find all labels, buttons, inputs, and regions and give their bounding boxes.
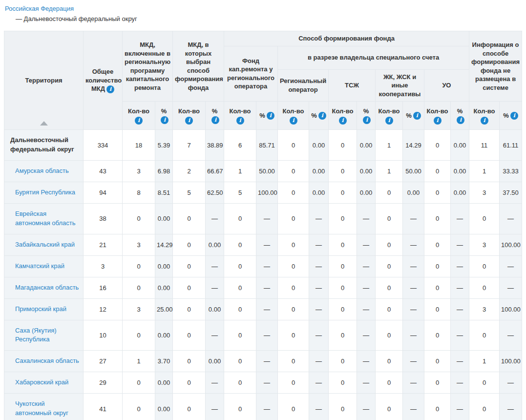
info-icon[interactable]: i xyxy=(339,117,347,125)
territory-link[interactable]: Приморский край xyxy=(15,305,66,313)
value-cell: 0 xyxy=(278,203,309,234)
value-cell: 0 xyxy=(376,372,403,394)
territory-link[interactable]: Магаданская область xyxy=(15,284,79,291)
value-cell: 10 xyxy=(84,320,123,351)
value-cell: 0 xyxy=(376,182,403,203)
territory-link[interactable]: Хабаровский край xyxy=(15,378,68,386)
value-cell: 14.29 xyxy=(155,234,173,255)
info-icon[interactable]: i xyxy=(236,117,244,125)
territory-link[interactable]: Амурская область xyxy=(15,167,69,174)
value-cell: 0 xyxy=(123,372,155,394)
page: Российская Федерация — Дальневосточный ф… xyxy=(0,0,526,420)
value-cell: — xyxy=(206,255,224,277)
col-subheader-count: Кол-воi xyxy=(123,102,155,130)
value-cell: — xyxy=(403,255,424,277)
value-cell: 0 xyxy=(424,320,451,351)
info-icon[interactable]: i xyxy=(211,116,219,124)
value-cell: 38 xyxy=(84,203,123,234)
value-cell: — xyxy=(403,277,424,298)
col-header-territory[interactable]: Территория xyxy=(4,31,84,130)
value-cell: — xyxy=(500,394,522,420)
value-cell: — xyxy=(309,255,329,277)
value-cell: 0 xyxy=(123,394,155,420)
info-icon[interactable]: i xyxy=(185,117,193,125)
value-cell: 0 xyxy=(224,320,256,351)
info-icon[interactable]: i xyxy=(385,117,393,125)
col-subheader-count: Кол-воi xyxy=(376,102,403,130)
value-cell: — xyxy=(403,298,424,320)
info-icon[interactable]: i xyxy=(457,116,464,124)
info-icon[interactable]: i xyxy=(363,116,371,124)
value-cell: 43 xyxy=(84,160,123,182)
value-cell: — xyxy=(309,234,329,255)
value-cell: 0 xyxy=(123,277,155,298)
sort-ascending-icon[interactable] xyxy=(40,121,48,126)
value-cell: — xyxy=(403,203,424,234)
value-cell: 0 xyxy=(278,234,309,255)
col-subheader-count: Кол-воi xyxy=(224,102,256,130)
info-icon[interactable]: i xyxy=(290,117,297,125)
territory-link[interactable]: Еврейская автономная область xyxy=(15,210,75,227)
value-cell: 0 xyxy=(173,372,206,394)
territory-link[interactable]: Камчатский край xyxy=(15,262,64,270)
territory-link[interactable]: Забайкальский край xyxy=(15,241,75,248)
value-cell: — xyxy=(357,351,376,372)
breadcrumb-current-region: — Дальневосточный федеральный округ xyxy=(5,15,522,22)
breadcrumb-link-russian-federation[interactable]: Российская Федерация xyxy=(5,5,74,12)
col-subheader-percent: %i xyxy=(357,102,376,130)
value-cell: 0.00 xyxy=(206,351,224,372)
info-icon[interactable]: i xyxy=(267,112,274,120)
table-row: Бурятия Республика9488.51562.505100.0000… xyxy=(4,182,522,203)
value-cell: — xyxy=(403,372,424,394)
value-cell: 27 xyxy=(84,351,123,372)
value-cell: — xyxy=(451,298,469,320)
info-icon[interactable]: i xyxy=(413,112,421,120)
territory-link[interactable]: Чукотский автономный округ xyxy=(15,400,68,417)
value-cell: 85.71 xyxy=(256,130,278,161)
table-row: Приморский край12325.0000.000—0—0—0—0—31… xyxy=(4,298,522,320)
col-subheader-percent: %i xyxy=(451,102,469,130)
territory-link[interactable]: Бурятия Республика xyxy=(15,189,75,196)
value-cell: — xyxy=(451,320,469,351)
value-cell: 6.98 xyxy=(155,160,173,182)
territory-label: Дальневосточный федеральный округ xyxy=(10,136,74,153)
info-icon[interactable]: i xyxy=(510,112,518,120)
col-subheader-percent: %i xyxy=(206,102,224,130)
value-cell: — xyxy=(451,351,469,372)
info-icon[interactable]: i xyxy=(135,117,143,125)
value-cell: 0 xyxy=(329,255,357,277)
value-cell: 7 xyxy=(173,130,206,161)
value-cell: — xyxy=(403,394,424,420)
value-cell: — xyxy=(357,255,376,277)
value-cell: 0 xyxy=(329,130,357,161)
value-cell: — xyxy=(256,234,278,255)
col-header-special-account-group: в разрезе владельца специального счета xyxy=(278,46,469,69)
info-icon[interactable]: i xyxy=(161,116,168,124)
value-cell: 5 xyxy=(224,182,256,203)
value-cell: 1 xyxy=(469,160,500,182)
regions-table: Территория Общее количество МКДi МКД, вк… xyxy=(4,31,522,420)
info-icon[interactable]: i xyxy=(481,117,488,125)
territory-link[interactable]: Сахалинская область xyxy=(15,357,79,364)
value-cell: 29 xyxy=(84,372,123,394)
table-body: Дальневосточный федеральный округ334185.… xyxy=(4,130,522,420)
value-cell: — xyxy=(451,234,469,255)
value-cell: 0 xyxy=(278,130,309,161)
value-cell: 0 xyxy=(123,255,155,277)
territory-cell: Амурская область xyxy=(4,160,84,182)
territory-cell: Еврейская автономная область xyxy=(4,203,84,234)
value-cell: 6 xyxy=(224,130,256,161)
value-cell: 0 xyxy=(278,372,309,394)
value-cell: 0.00 xyxy=(357,130,376,161)
territory-link[interactable]: Саха (Якутия) Республика xyxy=(15,327,57,343)
table-row: Забайкальский край21314.2900.000—0—0—0—0… xyxy=(4,234,522,255)
info-icon[interactable]: i xyxy=(106,85,114,93)
territory-cell: Приморский край xyxy=(4,298,84,320)
info-icon[interactable]: i xyxy=(434,117,442,125)
value-cell: 0 xyxy=(424,394,451,420)
table-header: Территория Общее количество МКДi МКД, вк… xyxy=(4,31,522,130)
value-cell: — xyxy=(309,351,329,372)
info-icon[interactable]: i xyxy=(318,112,326,120)
territory-cell: Хабаровский край xyxy=(4,372,84,394)
value-cell: 0 xyxy=(424,255,451,277)
